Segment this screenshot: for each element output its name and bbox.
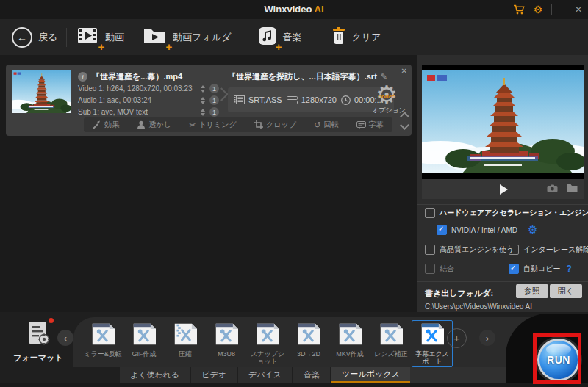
audio-track-row[interactable]: Audio 1: aac, 00:03:24 1 (78, 95, 219, 106)
hw-accel-checkbox-row[interactable]: ハードウェアアクセラレーション・エンジン: (425, 208, 585, 218)
gpu-checkbox[interactable] (437, 225, 447, 235)
panel-scroll-arrows[interactable] (401, 113, 408, 129)
subtitle-format-cell: SRT,ASS (234, 95, 282, 104)
video-preview[interactable] (422, 65, 584, 179)
app-title: Winxvideo AI (0, 4, 588, 15)
add-video-button[interactable]: + 動画 (77, 26, 124, 48)
gpu-checkbox-row[interactable]: NVIDIA / Intel / AMD ⚙ (437, 225, 585, 235)
hw-accel-checkbox[interactable] (425, 208, 435, 218)
back-button[interactable]: ← 戻る (12, 27, 57, 48)
toolbox-item-mkv[interactable]: MKV作成 (329, 320, 370, 367)
video-track-row[interactable]: Video 1: h264, 1280x720, 00:03:23 1 (78, 83, 219, 94)
auto-copy-checkbox[interactable] (509, 264, 519, 274)
open-folder-icon[interactable] (567, 184, 578, 192)
resolution-icon (287, 96, 298, 104)
watermark-label: 透かし (148, 120, 171, 130)
back-label: 戻る (38, 31, 57, 44)
panel-close-icon[interactable]: ✕ (401, 67, 407, 75)
tool-file-zip-icon (172, 322, 198, 346)
snapshot-camera-icon[interactable] (547, 184, 558, 192)
close-button[interactable]: ✕ (575, 5, 582, 14)
tab-device[interactable]: デバイス (238, 367, 292, 383)
trim-label: トリミング (199, 120, 237, 130)
toolbox-item-compress[interactable]: 圧縮 (165, 320, 206, 367)
tool-file-icon (213, 322, 240, 346)
folder-plus-icon: + (143, 26, 167, 48)
rotate-label: 回転 (323, 120, 338, 130)
video-thumbnail[interactable] (12, 70, 71, 113)
subtitle-track-label: Sub 1: ave, MOV text (78, 108, 201, 116)
tool-file-icon (337, 322, 363, 346)
tab-music[interactable]: 音楽 (293, 367, 330, 383)
settings-section: ハードウェアアクセラレーション・エンジン: NVIDIA / Intel / A… (425, 208, 585, 274)
subtitle-track-row[interactable]: Sub 1: ave, MOV text 1 (78, 106, 219, 117)
file-panel[interactable]: i 『世界遺産を...幕）.mp4 Video 1: h264, 1280x72… (6, 65, 412, 136)
rotate-button[interactable]: ↺ 回転 (314, 120, 338, 130)
toolbox-item-gif[interactable]: GIF作成 (123, 320, 165, 367)
bottom-bar: フォーマット ‹ ミラー&反転 GIF作成 圧縮 M3U8 スナップショット 3… (0, 312, 588, 387)
track-selector-icon[interactable] (201, 97, 205, 104)
cart-icon[interactable] (513, 4, 525, 15)
output-folder-section: 書き出しフォルダ: 参照 開く C:\Users\pc\Videos\Winxv… (425, 286, 584, 311)
tool-file-icon (131, 322, 157, 346)
scissors-icon: ✂ (189, 121, 196, 129)
add-video-folder-button[interactable]: + 動画フォルダ (143, 26, 231, 48)
subtitle-file-title: 『世界遺産を探訪し、...日本語字幕）.srt (228, 71, 377, 82)
trim-button[interactable]: ✂ トリミング (189, 120, 236, 130)
source-file-title: 『世界遺産を...幕）.mp4 (92, 71, 182, 82)
high-quality-checkbox[interactable] (425, 245, 435, 255)
play-icon[interactable] (500, 184, 508, 195)
tab-frequently-used[interactable]: よく使われる (120, 367, 190, 383)
merge-checkbox[interactable] (425, 264, 435, 274)
sidebar-divider (417, 204, 588, 205)
deinterlace-checkbox[interactable] (509, 245, 519, 255)
toolbox-item-m3u8[interactable]: M3U8 (206, 320, 247, 367)
high-quality-label: 高品質エンジンを使う (440, 245, 514, 255)
tool-file-icon (90, 322, 116, 346)
toolbox-scroll-left-button[interactable]: ‹ (57, 330, 74, 346)
options-button[interactable]: ⚙ codec オプション (372, 82, 401, 115)
subtitle-file-info: 『世界遺産を探訪し、...日本語字幕）.srt ✎ SRT,ASS 1280x7… (228, 71, 394, 112)
plus-badge-icon: + (166, 43, 173, 51)
toolbox-item-lens[interactable]: レンズ補正 (370, 320, 412, 367)
crop-button[interactable]: クロップ (254, 120, 296, 130)
toolbox-item-snapshot[interactable]: スナップショット (247, 320, 288, 367)
tool-file-icon (254, 322, 281, 346)
codec-label: codec (372, 93, 401, 100)
tab-toolbox[interactable]: ツールボックス (331, 367, 410, 383)
gpu-settings-gear-icon[interactable]: ⚙ (528, 225, 537, 234)
subtitle-button[interactable]: 字幕 (356, 120, 384, 130)
toolbox-item-mirror[interactable]: ミラー&反転 (82, 320, 123, 367)
merge-label: 結合 (440, 264, 454, 274)
film-plus-icon: + (77, 26, 99, 48)
add-music-button[interactable]: + 音楽 (258, 26, 302, 48)
track-selector-icon[interactable] (201, 85, 205, 93)
track-selector-icon[interactable] (201, 109, 205, 116)
open-button[interactable]: 開く (550, 284, 582, 298)
video-track-label: Video 1: h264, 1280x720, 00:03:23 (78, 84, 201, 93)
watermark-button[interactable]: 透かし (137, 120, 171, 130)
toolbox-item-subtitle-export[interactable]: 字幕エクスポート (412, 320, 453, 367)
bottom-strip (0, 383, 588, 387)
settings-gear-icon[interactable]: ⚙ (534, 4, 543, 15)
chevron-down-icon (400, 120, 409, 130)
add-toolbox-item-button[interactable]: + (447, 328, 467, 348)
deinterlace-checkbox-row[interactable]: インターレース解除 (509, 245, 588, 255)
auto-copy-checkbox-row[interactable]: 自動コピー ? (509, 264, 572, 274)
audio-track-label: Audio 1: aac, 00:03:24 (78, 96, 201, 104)
subtitle-label: 字幕 (369, 120, 384, 130)
help-icon[interactable]: ? (566, 264, 571, 274)
high-quality-checkbox-row[interactable]: 高品質エンジンを使う (425, 245, 509, 255)
clear-label: クリア (352, 31, 381, 44)
clear-button[interactable]: クリア (331, 27, 381, 48)
tab-video[interactable]: ビデオ (191, 367, 237, 383)
browse-button[interactable]: 参照 (516, 284, 548, 298)
effect-button[interactable]: 効果 (93, 120, 119, 130)
sidebar-divider (417, 281, 588, 282)
info-icon[interactable]: i (78, 72, 87, 82)
format-document-icon (24, 319, 52, 347)
merge-checkbox-row[interactable]: 結合 (425, 264, 509, 274)
toolbox-scroll-right-button[interactable]: › (479, 330, 495, 346)
minimize-button[interactable]: – (561, 5, 566, 14)
toolbox-item-3d2d[interactable]: 3D→2D (288, 320, 329, 367)
